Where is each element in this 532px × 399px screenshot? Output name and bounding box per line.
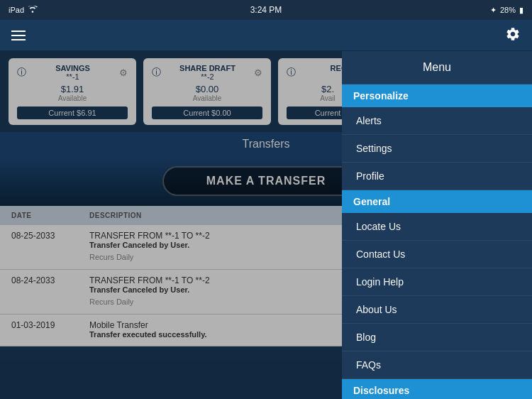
gear-icon bbox=[505, 26, 521, 42]
menu-section-disclosures: Disclosures bbox=[342, 379, 532, 399]
wifi-icon bbox=[28, 6, 38, 15]
menu-item-contact-us[interactable]: Contact Us bbox=[342, 241, 532, 268]
carrier-label: iPad bbox=[9, 6, 24, 14]
battery-icon: ▮ bbox=[519, 6, 523, 15]
menu-item-faqs[interactable]: FAQs bbox=[342, 351, 532, 379]
bluetooth-icon: ✦ bbox=[490, 6, 497, 15]
status-left: iPad bbox=[9, 6, 38, 15]
status-time: 3:24 PM bbox=[250, 5, 282, 15]
menu-item-profile[interactable]: Profile bbox=[342, 163, 532, 190]
status-bar: iPad 3:24 PM ✦ 28% ▮ bbox=[0, 0, 532, 20]
menu-panel: Menu Personalize Alerts Settings Profile… bbox=[342, 51, 532, 399]
menu-item-login-help[interactable]: Login Help bbox=[342, 268, 532, 296]
gear-button[interactable] bbox=[505, 26, 521, 45]
menu-item-alerts[interactable]: Alerts bbox=[342, 107, 532, 135]
menu-item-about-us[interactable]: About Us bbox=[342, 296, 532, 324]
menu-title: Menu bbox=[342, 51, 532, 84]
menu-section-personalize: Personalize bbox=[342, 84, 532, 107]
hamburger-menu-button[interactable] bbox=[11, 31, 26, 40]
battery-label: 28% bbox=[500, 6, 516, 14]
menu-item-locate-us[interactable]: Locate Us bbox=[342, 213, 532, 241]
top-nav bbox=[0, 20, 532, 51]
menu-item-blog[interactable]: Blog bbox=[342, 324, 532, 351]
main-content: ⓘ SAVINGS **-1 ⚙ $1.91 Available Current… bbox=[0, 51, 532, 399]
menu-section-general: General bbox=[342, 190, 532, 213]
status-right: ✦ 28% ▮ bbox=[490, 6, 523, 15]
menu-item-settings[interactable]: Settings bbox=[342, 135, 532, 163]
